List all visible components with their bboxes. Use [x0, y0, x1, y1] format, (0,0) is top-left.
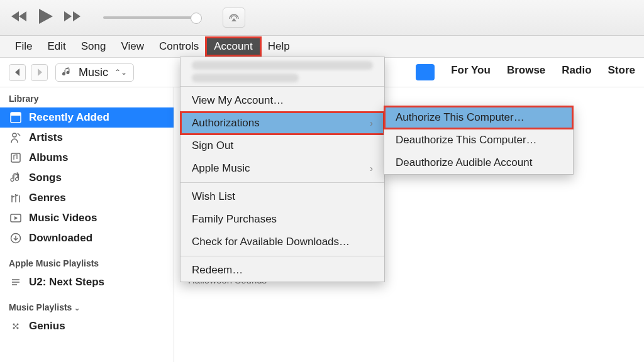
chevron-right-icon: › — [370, 163, 373, 173]
back-button[interactable] — [9, 64, 26, 81]
menu-help[interactable]: Help — [260, 38, 297, 55]
menu-item-apple-music[interactable]: Apple Music› — [180, 157, 384, 180]
sidebar-item-recently-added[interactable]: Recently Added — [0, 107, 174, 128]
sidebar-header-music-playlists[interactable]: Music Playlists⌄ — [0, 299, 174, 316]
sidebar-item-genres[interactable]: Genres — [0, 188, 174, 208]
sidebar-header-library: Library — [0, 90, 174, 107]
media-combo[interactable]: Music ⌃⌄ — [55, 63, 134, 82]
rewind-icon[interactable] — [11, 10, 28, 25]
play-icon[interactable] — [39, 9, 53, 26]
store-tabs: For You Browse Radio Store — [416, 64, 635, 80]
menu-item-view-my-account[interactable]: View My Account… — [180, 89, 384, 112]
sidebar-item-downloaded[interactable]: Downloaded — [0, 228, 174, 248]
chevron-down-icon: ⌄ — [74, 304, 80, 312]
submenu-deauthorize-audible[interactable]: Deauthorize Audible Account — [384, 151, 573, 174]
forward-button[interactable] — [31, 64, 48, 81]
music-note-icon — [62, 67, 72, 77]
airplay-button[interactable] — [223, 8, 245, 28]
sidebar-item-music-videos[interactable]: Music Videos — [0, 208, 174, 228]
forward-icon[interactable] — [64, 10, 80, 25]
sidebar-item-songs[interactable]: Songs — [0, 168, 174, 188]
menu-view[interactable]: View — [113, 38, 152, 55]
menu-edit[interactable]: Edit — [40, 38, 73, 55]
sidebar-item-genius[interactable]: Genius — [0, 316, 174, 336]
menu-item-check-downloads[interactable]: Check for Available Downloads… — [180, 231, 384, 253]
sidebar-item-albums[interactable]: Albums — [0, 148, 174, 168]
submenu-authorize-computer[interactable]: Authorize This Computer… — [384, 106, 573, 129]
tab-browse[interactable]: Browse — [507, 64, 545, 80]
tab-store[interactable]: Store — [608, 64, 635, 80]
account-menu: View My Account… Authorizations› Sign Ou… — [180, 57, 385, 282]
tab-radio[interactable]: Radio — [562, 64, 591, 80]
menu-account[interactable]: Account — [206, 38, 260, 55]
menu-item-family-purchases[interactable]: Family Purchases — [180, 208, 384, 231]
chevron-right-icon: › — [370, 118, 373, 128]
svg-point-2 — [13, 133, 16, 137]
account-menu-user-line2 — [192, 74, 299, 82]
sidebar-item-u2-next-steps[interactable]: U2: Next Steps — [0, 272, 174, 292]
menu-song[interactable]: Song — [74, 38, 114, 55]
account-menu-user-line1 — [192, 61, 373, 70]
authorizations-submenu: Authorize This Computer… Deauthorize Thi… — [384, 106, 574, 175]
top-playback-bar — [0, 0, 644, 36]
tab-library-pill[interactable] — [416, 64, 435, 80]
menu-item-authorizations[interactable]: Authorizations› — [180, 112, 384, 134]
sidebar-item-artists[interactable]: Artists — [0, 128, 174, 148]
svg-rect-1 — [11, 112, 21, 116]
submenu-deauthorize-computer[interactable]: Deauthorize This Computer… — [384, 129, 573, 151]
chevron-updown-icon: ⌃⌄ — [114, 68, 127, 77]
menu-item-sign-out[interactable]: Sign Out — [180, 134, 384, 157]
menu-controls[interactable]: Controls — [152, 38, 206, 55]
media-combo-label: Music — [79, 66, 108, 79]
svg-point-4 — [11, 195, 13, 197]
sidebar: Library Recently Added Artists Albums So… — [0, 87, 174, 362]
sidebar-header-apple-playlists: Apple Music Playlists — [0, 255, 174, 272]
tab-for-you[interactable]: For You — [451, 64, 491, 80]
menu-file[interactable]: File — [8, 38, 40, 55]
volume-slider[interactable] — [103, 16, 197, 19]
svg-point-5 — [15, 194, 16, 195]
menu-item-wish-list[interactable]: Wish List — [180, 185, 384, 208]
menu-bar: File Edit Song View Controls Account Hel… — [0, 36, 644, 58]
menu-item-redeem[interactable]: Redeem… — [180, 259, 384, 282]
